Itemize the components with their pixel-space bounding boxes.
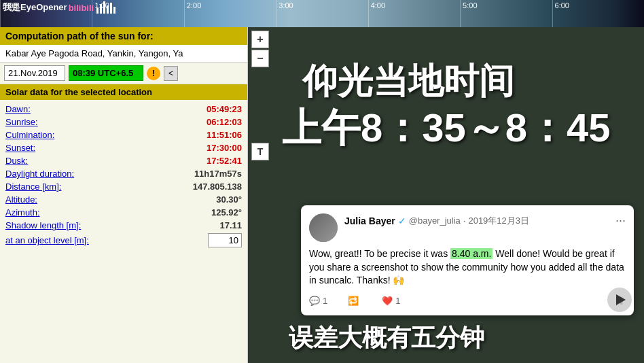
distance-value: 147.805.138 [193, 182, 242, 192]
zoom-out-button[interactable]: − [251, 50, 269, 67]
twitter-verified-icon: ✓ [398, 215, 406, 226]
solar-row-dawn: Dawn: 05:49:23 [5, 103, 242, 116]
dawn-label[interactable]: Dawn: [5, 104, 31, 114]
twitter-avatar [309, 213, 338, 242]
object-level-label[interactable]: at an object level [m]: [5, 235, 89, 245]
altitude-label[interactable]: Altitude: [5, 194, 37, 205]
warning-button[interactable]: ! [147, 67, 160, 80]
sunrise-label[interactable]: Sunrise: [5, 117, 38, 127]
azimuth-label[interactable]: Azimuth: [5, 207, 40, 218]
solar-row-distance: Distance [km]: 147.805.138 [5, 180, 242, 193]
distance-label[interactable]: Distance [km]: [5, 182, 61, 192]
solar-row-sunrise: Sunrise: 06:12:03 [5, 116, 242, 128]
chinese-subtitle: 上午8：35～8：45 [282, 102, 611, 155]
like-icon: ❤️ [382, 296, 393, 306]
azimuth-value: 125.92° [211, 207, 242, 218]
panel-header: Computation path of the sun for: [0, 27, 247, 45]
solar-row-daylight: Daylight duration: 11h17m57s [5, 167, 242, 180]
solar-row-sunset: Sunset: 17:30:00 [5, 141, 242, 154]
bilibili-header: 我是EyeOpener bilibili [3, 1, 115, 14]
sunset-label[interactable]: Sunset: [5, 143, 35, 153]
twitter-header: Julia Bayer ✓ @bayer_julia · 2019年12月3日 … [309, 213, 626, 242]
play-triangle-icon [616, 294, 626, 305]
twitter-actions: 💬 1 🔁 ❤️ 1 ⬆ [309, 294, 626, 307]
twitter-more-button[interactable]: ··· [615, 213, 626, 228]
bilibili-logo: bilibili [69, 3, 94, 13]
tick-3: 3:00 [276, 0, 368, 27]
twitter-date: 2019年12月3日 [468, 215, 529, 227]
dawn-value: 05:49:23 [207, 104, 242, 114]
twitter-body-pre: Wow, great!! To be precise it was [309, 248, 450, 259]
shadow-label[interactable]: Shadow length [m]: [5, 220, 81, 230]
left-panel: Computation path of the sun for: ! < Sol… [0, 27, 248, 363]
shadow-value: 17.11 [219, 220, 242, 230]
solar-row-culmination: Culmination: 11:51:06 [5, 128, 242, 141]
tick-4: 4:00 [368, 0, 460, 27]
like-count: 1 [395, 296, 400, 306]
reply-count: 1 [323, 296, 327, 306]
zoom-in-button[interactable]: + [251, 31, 269, 48]
twitter-name-row: Julia Bayer ✓ @bayer_julia · 2019年12月3日 … [344, 213, 626, 228]
daylight-value: 11h17m57s [194, 169, 242, 179]
chinese-footer: 误差大概有五分钟 [289, 322, 484, 355]
twitter-retweet-button[interactable]: 🔁 [348, 294, 361, 307]
solar-data-header: Solar data for the selected location [0, 84, 247, 100]
chinese-title: 仰光当地时间 [302, 58, 514, 105]
twitter-card: Julia Bayer ✓ @bayer_julia · 2019年12月3日 … [301, 205, 634, 315]
map-controls: + − [251, 31, 269, 67]
solar-data-section: Dawn: 05:49:23 Sunrise: 06:12:03 Culmina… [0, 100, 247, 252]
daylight-label[interactable]: Daylight duration: [5, 169, 74, 179]
back-button[interactable]: < [164, 66, 178, 81]
reply-icon: 💬 [309, 296, 320, 306]
culmination-label[interactable]: Culmination: [5, 130, 54, 140]
tick-2: 2:00 [184, 0, 276, 27]
sunset-value: 17:30:00 [207, 143, 242, 153]
solar-row-dusk: Dusk: 17:52:41 [5, 154, 242, 167]
tick-6: 6:00 [552, 0, 644, 27]
twitter-handle: @bayer_julia [409, 215, 461, 226]
twitter-reply-button[interactable]: 💬 1 [309, 294, 327, 307]
sunrise-value: 06:12:03 [207, 117, 242, 127]
timeline-bar: 0:00 1:00 2:00 3:00 4:00 5:00 6:00 我是Eye… [0, 0, 644, 27]
culmination-value: 11:51:06 [207, 130, 242, 140]
dusk-value: 17:52:41 [207, 156, 242, 166]
object-level-row: at an object level [m]: [5, 232, 242, 249]
twitter-name: Julia Bayer [344, 215, 395, 226]
bilibili-brand: 我是EyeOpener [3, 1, 67, 14]
t-button[interactable]: T [251, 143, 269, 160]
right-area: 仰光当地时间 上午8：35～8：45 误差大概有五分钟 Julia Bayer … [248, 27, 644, 363]
twitter-highlight: 8.40 a.m. [450, 248, 493, 259]
altitude-value: 30.30° [216, 194, 242, 205]
play-button[interactable] [607, 288, 632, 312]
twitter-body: Wow, great!! To be precise it was 8.40 a… [309, 247, 626, 288]
tick-5: 5:00 [460, 0, 552, 27]
object-level-input[interactable] [208, 233, 242, 247]
bilibili-bars-icon [96, 1, 115, 14]
solar-row-shadow: Shadow length [m]: 17.11 [5, 219, 242, 232]
twitter-like-button[interactable]: ❤️ 1 [382, 294, 400, 307]
twitter-separator: · [463, 215, 466, 226]
date-time-row: ! < [0, 63, 247, 84]
location-input[interactable] [0, 45, 247, 63]
time-input[interactable] [69, 65, 143, 81]
solar-row-azimuth: Azimuth: 125.92° [5, 206, 242, 219]
dusk-label[interactable]: Dusk: [5, 156, 28, 166]
solar-row-altitude: Altitude: 30.30° [5, 193, 242, 206]
date-input[interactable] [4, 65, 65, 81]
retweet-icon: 🔁 [348, 296, 359, 306]
